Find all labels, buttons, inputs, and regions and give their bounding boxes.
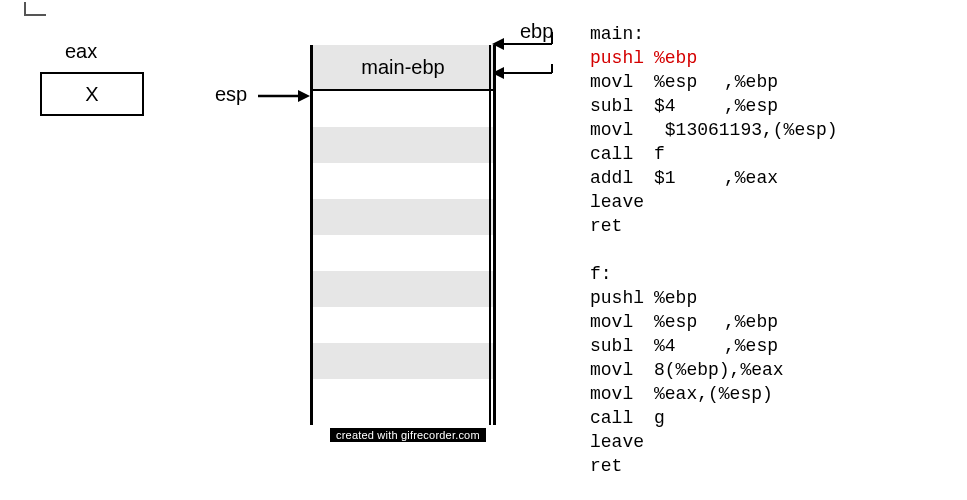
code-line: pushl%ebp [590,48,724,68]
code-line: callg [590,408,724,428]
stack-cell [313,91,493,127]
code-line: callf [590,144,724,164]
code-line: ret [590,216,654,236]
arrow-right-icon [258,87,310,105]
assembly-listing: main: pushl%ebp movl%esp,%ebp subl$4,%es… [590,22,838,478]
arrow-ebp-top-icon [492,30,562,57]
label-f: f: [590,264,612,284]
code-line: movl $13061193,(%esp) [590,120,838,140]
code-line: movl%esp,%ebp [590,312,778,332]
stack-diagram: main-ebp [310,45,496,425]
svg-marker-1 [298,90,310,102]
register-eax-label: eax [65,40,97,63]
code-line: leave [590,432,654,452]
register-eax-value: X [85,83,98,106]
arrow-ebp-row-icon [492,64,562,87]
stack-cell [313,379,493,415]
stack-cell [313,343,493,379]
code-line: subl$4,%esp [590,96,778,116]
code-line: ret [590,456,654,476]
code-line: leave [590,192,654,212]
pointer-esp-label: esp [215,83,247,106]
stack-cell [313,271,493,307]
code-line: subl%4,%esp [590,336,778,356]
corner-mark [24,2,46,16]
stack-cell [313,235,493,271]
label-main: main: [590,24,644,44]
stack-cell [313,199,493,235]
stack-right-inner-line [489,45,491,425]
code-line: movl8(%ebp),%eax [590,360,784,380]
register-eax-box: X [40,72,144,116]
code-line: addl$1,%eax [590,168,778,188]
code-line: movl%esp,%ebp [590,72,778,92]
stack-cell [313,127,493,163]
stack-cell [313,307,493,343]
stack-cell-top: main-ebp [313,45,493,91]
code-line: pushl%ebp [590,288,724,308]
code-line: movl%eax,(%esp) [590,384,773,404]
stack-cell-top-label: main-ebp [361,56,444,79]
stack-cell [313,163,493,199]
watermark-label: created with gifrecorder.com [330,428,486,442]
